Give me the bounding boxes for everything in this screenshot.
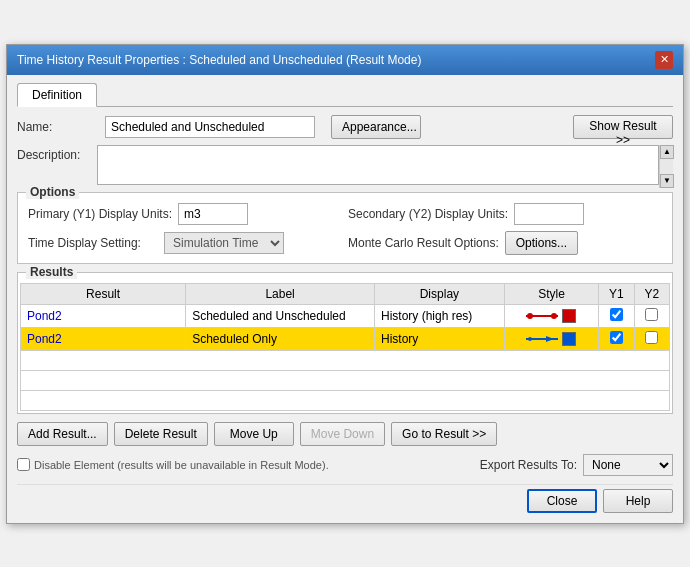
description-label: Description: [17, 145, 97, 162]
title-bar: Time History Result Properties : Schedul… [7, 45, 683, 75]
go-to-result-button[interactable]: Go to Result >> [391, 422, 497, 446]
footer-buttons: Close Help [17, 484, 673, 513]
result-link-1[interactable]: Pond2 [27, 309, 62, 323]
appearance-button[interactable]: Appearance... [331, 115, 421, 139]
y2-cell-1 [634, 304, 669, 327]
line-style-svg-2 [526, 334, 558, 344]
style-cell-1 [504, 304, 598, 327]
action-buttons-row: Add Result... Delete Result Move Up Move… [17, 422, 673, 446]
close-button[interactable]: Close [527, 489, 597, 513]
export-select[interactable]: None Excel CSV [583, 454, 673, 476]
export-row: Export Results To: None Excel CSV [480, 454, 673, 476]
primary-units-input[interactable] [178, 203, 248, 225]
y2-checkbox-1[interactable] [645, 308, 658, 321]
disable-element-label: Disable Element (results will be unavail… [34, 459, 329, 471]
table-row[interactable]: Pond2 Scheduled and Unscheduled History … [21, 304, 670, 327]
table-row[interactable]: Pond2 Scheduled Only History [21, 327, 670, 350]
primary-units-row: Primary (Y1) Display Units: [28, 203, 342, 225]
tab-bar: Definition [17, 83, 673, 107]
col-y2: Y2 [634, 283, 669, 304]
move-up-button[interactable]: Move Up [214, 422, 294, 446]
table-header-row: Result Label Display Style Y1 Y2 [21, 283, 670, 304]
results-group: Results Result Label Display Style Y1 Y2 [17, 272, 673, 414]
export-label: Export Results To: [480, 458, 577, 472]
tab-definition[interactable]: Definition [17, 83, 97, 107]
y1-checkbox-1[interactable] [610, 308, 623, 321]
move-down-button[interactable]: Move Down [300, 422, 385, 446]
y2-cell-2 [634, 327, 669, 350]
dialog-window: Time History Result Properties : Schedul… [6, 44, 684, 524]
options-legend: Options [26, 185, 79, 199]
empty-row-1 [21, 350, 670, 370]
color-swatch-1 [562, 309, 576, 323]
display-cell-2: History [374, 327, 504, 350]
name-input[interactable] [105, 116, 315, 138]
y1-cell-2 [599, 327, 634, 350]
arrow-head [546, 336, 554, 342]
primary-units-label: Primary (Y1) Display Units: [28, 207, 172, 221]
close-icon[interactable]: ✕ [655, 51, 673, 69]
display-cell-1: History (high res) [374, 304, 504, 327]
delete-result-button[interactable]: Delete Result [114, 422, 208, 446]
dialog-body: Definition Name: Appearance... Show Resu… [7, 75, 683, 523]
name-row: Name: Appearance... Show Result >> [17, 115, 673, 139]
results-inner: Result Label Display Style Y1 Y2 Pond2 [18, 273, 672, 413]
time-display-select[interactable]: Simulation Time [164, 232, 284, 254]
result-link-2[interactable]: Pond2 [27, 332, 62, 346]
time-display-label: Time Display Setting: [28, 236, 158, 250]
secondary-units-input[interactable] [514, 203, 584, 225]
y1-checkbox-2[interactable] [610, 331, 623, 344]
time-display-row: Time Display Setting: Simulation Time [28, 231, 342, 255]
disable-element-checkbox[interactable] [17, 458, 30, 471]
label-cell-2: Scheduled Only [186, 327, 375, 350]
empty-row-2 [21, 370, 670, 390]
y2-checkbox-2[interactable] [645, 331, 658, 344]
label-cell-1: Scheduled and Unscheduled [186, 304, 375, 327]
y1-cell-1 [599, 304, 634, 327]
show-result-button[interactable]: Show Result >> [573, 115, 673, 139]
line-style-svg-1 [526, 311, 558, 321]
col-result: Result [21, 283, 186, 304]
results-table: Result Label Display Style Y1 Y2 Pond2 [20, 283, 670, 411]
result-cell-1[interactable]: Pond2 [21, 304, 186, 327]
monte-carlo-label: Monte Carlo Result Options: [348, 236, 499, 250]
description-row: Description: ▲ ▼ [17, 145, 673, 188]
style-visual-1 [511, 309, 592, 323]
monte-carlo-row: Monte Carlo Result Options: Options... [348, 231, 662, 255]
help-button[interactable]: Help [603, 489, 673, 513]
color-swatch-2 [562, 332, 576, 346]
bottom-row: Disable Element (results will be unavail… [17, 454, 673, 476]
name-label: Name: [17, 120, 97, 134]
description-scrollbar[interactable]: ▲ ▼ [659, 145, 673, 188]
options-group: Options Primary (Y1) Display Units: Seco… [17, 192, 673, 264]
disable-element-row: Disable Element (results will be unavail… [17, 458, 329, 471]
dialog-title: Time History Result Properties : Schedul… [17, 53, 421, 67]
scroll-up-arrow[interactable]: ▲ [660, 145, 674, 159]
style-visual-2 [511, 332, 592, 346]
results-legend: Results [26, 265, 77, 279]
col-y1: Y1 [599, 283, 634, 304]
result-cell-2[interactable]: Pond2 [21, 327, 186, 350]
options-grid: Primary (Y1) Display Units: Secondary (Y… [28, 203, 662, 255]
empty-row-3 [21, 390, 670, 410]
description-input-wrap: ▲ ▼ [97, 145, 673, 188]
secondary-units-row: Secondary (Y2) Display Units: [348, 203, 662, 225]
secondary-units-label: Secondary (Y2) Display Units: [348, 207, 508, 221]
svg-point-2 [551, 313, 557, 319]
scroll-down-arrow[interactable]: ▼ [660, 174, 674, 188]
style-cell-2 [504, 327, 598, 350]
description-input[interactable] [97, 145, 659, 185]
add-result-button[interactable]: Add Result... [17, 422, 108, 446]
col-label: Label [186, 283, 375, 304]
col-style: Style [504, 283, 598, 304]
monte-carlo-options-button[interactable]: Options... [505, 231, 578, 255]
svg-point-1 [527, 313, 533, 319]
col-display: Display [374, 283, 504, 304]
svg-point-4 [528, 337, 532, 341]
